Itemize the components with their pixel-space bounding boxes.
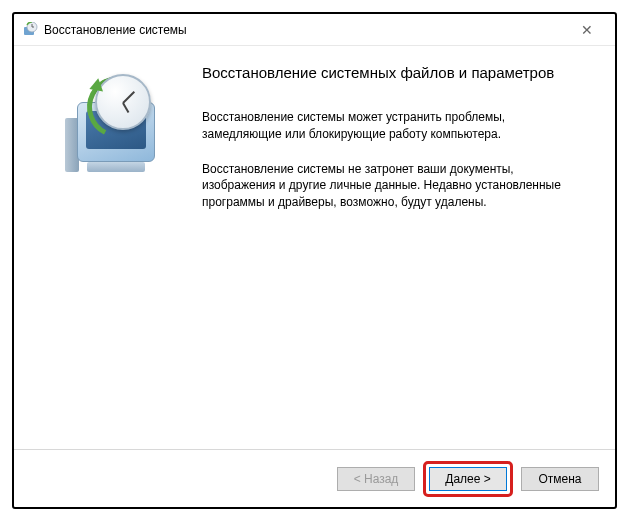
description-paragraph-1: Восстановление системы может устранить п… bbox=[202, 109, 585, 143]
description-paragraph-2: Восстановление системы не затронет ваши … bbox=[202, 161, 585, 211]
next-button[interactable]: Далее > bbox=[429, 467, 507, 491]
close-button[interactable]: ✕ bbox=[567, 16, 607, 44]
text-column: Восстановление системных файлов и параме… bbox=[194, 64, 595, 439]
content-area: Восстановление системных файлов и параме… bbox=[14, 46, 615, 449]
titlebar: Восстановление системы ✕ bbox=[14, 14, 615, 46]
illustration-column bbox=[34, 64, 194, 439]
cancel-button[interactable]: Отмена bbox=[521, 467, 599, 491]
close-icon: ✕ bbox=[581, 22, 593, 38]
highlight-indicator: Далее > bbox=[423, 461, 513, 497]
dialog-window: Восстановление системы ✕ Восстановление … bbox=[12, 12, 617, 509]
window-title: Восстановление системы bbox=[44, 23, 567, 37]
page-heading: Восстановление системных файлов и параме… bbox=[202, 64, 585, 81]
system-restore-icon bbox=[59, 74, 169, 184]
wizard-button-bar: < Назад Далее > Отмена bbox=[14, 449, 615, 507]
back-button: < Назад bbox=[337, 467, 415, 491]
system-restore-icon-small bbox=[22, 22, 38, 38]
